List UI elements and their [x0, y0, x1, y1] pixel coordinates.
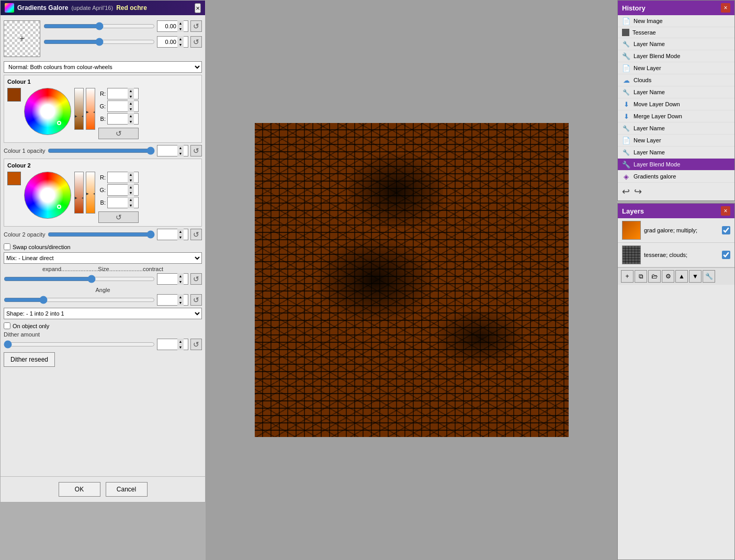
colour2-b-down[interactable]: ▼: [128, 203, 134, 208]
undo-button[interactable]: ↩: [622, 186, 630, 197]
close-button[interactable]: ×: [195, 3, 201, 13]
colour2-g-down[interactable]: ▼: [128, 190, 134, 196]
colour1-r-input[interactable]: 145: [108, 91, 128, 97]
colour1-wheel[interactable]: [24, 88, 71, 135]
history-item-layer-name-3[interactable]: 🔧Layer Name: [618, 122, 734, 135]
spin-up-1[interactable]: ▲: [177, 20, 184, 26]
angle-input[interactable]: -90.00: [157, 297, 177, 303]
layer-move-down-button[interactable]: ▼: [689, 270, 702, 283]
ok-button[interactable]: OK: [59, 482, 100, 497]
history-close-button[interactable]: ×: [721, 3, 730, 13]
history-item-layer-name-4[interactable]: 🔧Layer Name: [618, 147, 734, 159]
blend-mode-select[interactable]: Normal: Both colours from colour-wheels: [4, 61, 202, 73]
dither-down[interactable]: ▼: [177, 344, 184, 350]
colour2-opacity-up[interactable]: ▲: [177, 229, 184, 234]
history-item-layer-blend-mode-1[interactable]: 🔧Layer Blend Mode: [618, 50, 734, 62]
reset-btn-2[interactable]: ↺: [190, 36, 202, 48]
expand-up[interactable]: ▲: [177, 273, 184, 279]
angle-reset[interactable]: ↺: [190, 294, 202, 306]
spin-input-1[interactable]: 0.00: [157, 23, 177, 29]
history-item-tesserae[interactable]: Tesserae: [618, 27, 734, 38]
dither-up[interactable]: ▲: [177, 339, 184, 344]
colour2-bar1-handle[interactable]: [74, 195, 84, 200]
colour2-opacity-input[interactable]: 255: [157, 231, 177, 238]
layer-visible-grad-layer[interactable]: [722, 226, 730, 234]
slider-2[interactable]: [43, 38, 155, 46]
expand-reset[interactable]: ↺: [190, 273, 202, 285]
colour1-opacity-slider[interactable]: [48, 147, 155, 155]
layer-group-button[interactable]: 🗁: [648, 270, 661, 283]
colour2-opacity-reset[interactable]: ↺: [190, 229, 202, 240]
colour2-opacity-down[interactable]: ▼: [177, 234, 184, 240]
colour1-opacity-reset[interactable]: ↺: [190, 145, 202, 156]
angle-up[interactable]: ▲: [177, 294, 184, 300]
history-item-new-image[interactable]: 📄New Image: [618, 15, 734, 27]
colour1-r-up[interactable]: ▲: [128, 88, 134, 94]
spin-down-2[interactable]: ▼: [177, 42, 184, 48]
colour1-r-down[interactable]: ▼: [128, 94, 134, 99]
swap-checkbox[interactable]: [4, 243, 10, 250]
dither-reset[interactable]: ↺: [190, 339, 202, 350]
dither-reseed-button[interactable]: Dither reseed: [4, 352, 55, 367]
swap-label[interactable]: Swap colours/direction: [13, 244, 71, 250]
expand-input[interactable]: 0.17: [157, 276, 177, 282]
layer-settings-button[interactable]: ⚙: [662, 270, 674, 283]
colour1-opacity-down[interactable]: ▼: [177, 151, 184, 156]
history-item-layer-name-2[interactable]: 🔧Layer Name: [618, 86, 734, 98]
dither-slider[interactable]: [4, 340, 155, 349]
colour2-bar2[interactable]: [86, 172, 95, 214]
colour1-swatch[interactable]: [7, 88, 21, 102]
expand-slider[interactable]: [4, 275, 155, 283]
layer-new-button[interactable]: +: [621, 270, 634, 283]
layer-wrench-button[interactable]: 🔧: [703, 270, 715, 283]
spin-up-2[interactable]: ▲: [177, 36, 184, 42]
colour1-bar1-handle[interactable]: [74, 113, 84, 118]
on-object-checkbox[interactable]: [4, 322, 10, 329]
colour2-opacity-slider[interactable]: [48, 230, 155, 239]
spin-down-1[interactable]: ▼: [177, 26, 184, 32]
colour1-g-input[interactable]: 60: [108, 103, 128, 109]
colour2-b-up[interactable]: ▲: [128, 197, 134, 203]
colour2-g-input[interactable]: 83: [108, 187, 128, 193]
layer-item-tess-layer[interactable]: tesserae; clouds;: [618, 243, 734, 267]
colour2-reset[interactable]: ↺: [98, 211, 139, 223]
colour2-r-down[interactable]: ▼: [128, 177, 134, 183]
colour1-b-down[interactable]: ▼: [128, 119, 134, 125]
cancel-button[interactable]: Cancel: [106, 482, 148, 497]
colour2-r-up[interactable]: ▲: [128, 172, 134, 177]
history-item-gradients-galore[interactable]: ◈Gradients galore: [618, 171, 734, 183]
colour2-swatch[interactable]: [7, 172, 21, 185]
colour1-g-up[interactable]: ▲: [128, 100, 134, 106]
history-item-layer-name-1[interactable]: 🔧Layer Name: [618, 38, 734, 50]
on-object-label[interactable]: On object only: [13, 323, 49, 329]
layer-duplicate-button[interactable]: ⧉: [635, 270, 647, 283]
angle-slider[interactable]: [4, 296, 155, 304]
mix-select[interactable]: Mix: - Linear direct: [4, 252, 202, 264]
colour1-opacity-up[interactable]: ▲: [177, 145, 184, 151]
history-item-new-layer-1[interactable]: 📄New Layer: [618, 62, 734, 74]
slider-1[interactable]: [43, 22, 155, 30]
colour2-g-up[interactable]: ▲: [128, 184, 134, 190]
colour1-g-down[interactable]: ▼: [128, 106, 134, 112]
history-item-new-layer-2[interactable]: 📄New Layer: [618, 135, 734, 147]
layer-move-up-button[interactable]: ▲: [675, 270, 688, 283]
layers-close-button[interactable]: ×: [721, 206, 730, 216]
colour1-opacity-input[interactable]: 255: [157, 148, 177, 154]
reset-btn-1[interactable]: ↺: [190, 20, 202, 32]
redo-button[interactable]: ↪: [634, 186, 642, 197]
colour1-bar1[interactable]: [74, 88, 84, 130]
expand-down[interactable]: ▼: [177, 279, 184, 285]
history-item-layer-blend-mode-2[interactable]: 🔧Layer Blend Mode: [618, 159, 734, 171]
colour1-bar2[interactable]: [86, 88, 95, 130]
colour2-bar2-handle[interactable]: [86, 191, 95, 196]
colour1-b-up[interactable]: ▲: [128, 113, 134, 119]
colour2-r-input[interactable]: 193: [108, 174, 128, 181]
spin-input-2[interactable]: 0.00: [157, 39, 177, 45]
history-item-move-layer-down[interactable]: ⬇Move Layer Down: [618, 98, 734, 110]
colour2-b-input[interactable]: 0: [108, 199, 128, 206]
colour1-bar2-handle[interactable]: [86, 109, 95, 114]
layer-item-grad-layer[interactable]: grad galore; multiply;: [618, 218, 734, 243]
angle-down[interactable]: ▼: [177, 300, 184, 306]
shape-select[interactable]: Shape: - 1 into 2 into 1: [4, 308, 202, 319]
history-item-clouds[interactable]: ☁Clouds: [618, 74, 734, 86]
